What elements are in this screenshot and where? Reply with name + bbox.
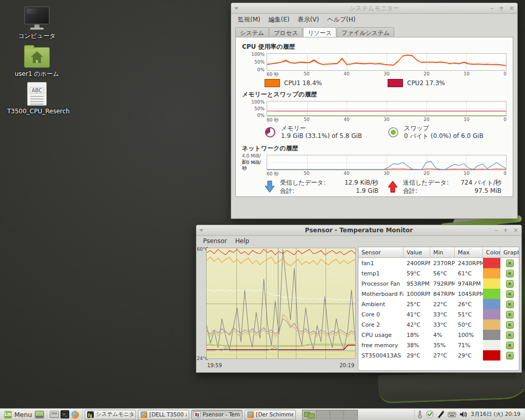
graph-enabled-checkbox[interactable]: × — [506, 280, 514, 288]
sensor-color-swatch — [483, 309, 500, 319]
graph-enabled-checkbox[interactable]: × — [506, 259, 514, 267]
graph-enabled-checkbox[interactable]: × — [506, 352, 514, 359]
graph-enabled-checkbox[interactable]: × — [506, 331, 514, 339]
menu-edit[interactable]: 編集(E) — [265, 14, 293, 26]
menu-monitor[interactable]: 監視(M) — [234, 14, 264, 26]
memory-y-axis: 100% 50% 0% — [242, 101, 267, 116]
sensor-row[interactable]: CPU usage18%4%100%× — [358, 330, 519, 340]
graph-enabled-checkbox[interactable]: × — [506, 342, 514, 349]
workspace-2[interactable] — [316, 410, 330, 419]
received-total-label: 合計: — [280, 187, 331, 195]
terminal-launcher[interactable]: >_ — [59, 410, 70, 419]
sensor-row[interactable]: ST3500413AS29°C27°C29°C× — [358, 350, 519, 361]
header-value[interactable]: Value — [403, 247, 430, 258]
received-value: 12.9 KiB/秒 — [331, 178, 378, 187]
document-icon: ABC — [27, 82, 47, 106]
close-button[interactable]: × — [513, 226, 518, 235]
graph-enabled-checkbox[interactable]: × — [506, 270, 514, 277]
firefox-launcher[interactable] — [70, 410, 80, 419]
window-menu-icon[interactable] — [199, 229, 204, 232]
desktop-icon-label: コンピュータ — [7, 32, 67, 41]
graph-enabled-checkbox[interactable]: × — [506, 321, 514, 329]
keyboard-tray-icon[interactable] — [448, 410, 456, 418]
minimize-button[interactable]: – — [495, 226, 498, 235]
window-menu-icon[interactable] — [234, 7, 238, 10]
memory-x-axis: 60 秒 50 40 30 20 10 0 — [267, 116, 507, 123]
sensor-value: 41°C — [403, 309, 430, 319]
cpu-history-plot — [267, 54, 506, 70]
cpu-history-chart — [267, 53, 507, 71]
network-y-axis: 4.0 MiB/秒 2.0 MiB/秒 0.0 MiB/秒 — [242, 155, 267, 170]
minimize-button[interactable]: – — [491, 4, 494, 13]
sensor-graph-cell: × — [500, 268, 519, 278]
header-graph[interactable]: Graph — [500, 247, 519, 258]
workspace-1[interactable] — [302, 410, 316, 419]
desktop-icon-home[interactable]: user1 のホーム — [7, 44, 67, 78]
sensor-row[interactable]: fan12400RPM2370RPM2430RPM× — [358, 258, 519, 268]
brush-tray-icon[interactable] — [437, 410, 445, 418]
sensor-max: 29°C — [455, 350, 483, 361]
desktop-icon-document[interactable]: ABC T3500_CPU_Reserch — [7, 82, 67, 115]
taskbar-window-firefox-dell[interactable]: [DELL T3500 a... — [138, 410, 189, 419]
sensor-min: 4% — [430, 330, 455, 340]
update-shield-icon[interactable] — [426, 410, 434, 418]
volume-tray-icon[interactable] — [459, 410, 468, 418]
workspace-3[interactable] — [330, 410, 344, 419]
cpu2-legend: CPU2 17.3% — [383, 79, 507, 87]
sensor-row[interactable]: Core 242°C33°C50°C× — [358, 319, 519, 330]
header-max[interactable]: Max — [455, 247, 483, 258]
sensor-graph-cell: × — [500, 278, 519, 289]
maximize-button[interactable]: + — [503, 226, 508, 235]
menu-help[interactable]: Help — [232, 236, 253, 246]
sensor-row[interactable]: free memory38%35%71%× — [358, 340, 519, 350]
taskbar-window-psensor[interactable]: Psensor - Tem... — [191, 410, 243, 419]
header-min[interactable]: Min — [430, 247, 455, 258]
menu-button[interactable]: Lm Menu — [2, 410, 34, 419]
cpu1-legend: CPU1 18.4% — [242, 79, 383, 87]
menu-help[interactable]: ヘルプ(H) — [324, 14, 359, 26]
firefox-icon — [247, 411, 254, 418]
sensor-max: 1045RPM — [455, 289, 483, 299]
sensor-name: Core 2 — [358, 319, 403, 330]
maximize-button[interactable]: + — [499, 4, 504, 13]
workspace-switcher[interactable] — [302, 410, 358, 419]
file-manager-launcher[interactable] — [49, 410, 59, 419]
sensor-row[interactable]: Core 041°C33°C51°C× — [358, 309, 519, 319]
workspace-4[interactable] — [344, 410, 357, 419]
sensor-row[interactable]: Motherboard Fan1000RPM847RPM1045RPM× — [358, 289, 519, 299]
sensor-max: 26°C — [455, 299, 483, 309]
cpu-x-axis: 60 秒 50 40 30 20 10 0 — [267, 71, 507, 77]
close-button[interactable]: × — [509, 4, 514, 13]
file-manager-icon — [50, 411, 59, 418]
received-legend: 受信したデータ: 12.9 KiB/秒 合計: 1.9 GiB — [242, 178, 383, 195]
header-sensor[interactable]: Sensor — [358, 247, 403, 258]
taskbar-window-firefox-schimmel[interactable]: [Der Schimmel... — [245, 410, 296, 419]
thermometer-tray-icon[interactable] — [417, 410, 423, 418]
sensor-row[interactable]: Ambient25°C22°C26°C× — [358, 299, 519, 309]
network-history-chart — [267, 155, 507, 170]
sensor-value: 29°C — [403, 350, 430, 361]
show-desktop-button[interactable] — [34, 410, 45, 419]
sensor-min: 847RPM — [430, 289, 455, 299]
sensor-graph-cell: × — [500, 350, 519, 361]
menu-view[interactable]: 表示(V) — [294, 14, 323, 26]
taskbar-window-system-monitor[interactable]: システムモニター — [85, 410, 136, 419]
menu-psensor[interactable]: Psensor — [199, 236, 231, 246]
graph-enabled-checkbox[interactable]: × — [506, 301, 514, 308]
sensor-value: 1000RPM — [403, 289, 430, 299]
series-Processor Fan — [207, 352, 355, 354]
sensor-max: 51°C — [455, 309, 483, 319]
desktop-icon-computer[interactable]: コンピュータ — [7, 6, 67, 41]
system-monitor-titlebar[interactable]: システムモニター – + × — [231, 3, 517, 14]
graph-enabled-checkbox[interactable]: × — [506, 290, 514, 298]
header-color[interactable]: Color — [483, 247, 500, 258]
sensor-row[interactable]: temp159°C56°C61°C× — [358, 268, 519, 278]
psensor-titlebar[interactable]: Psensor - Temperature Monitor – + × — [196, 225, 521, 236]
taskbar-window-label: [DELL T3500 a... — [149, 411, 187, 417]
sensor-row[interactable]: Processor Fan953RPM792RPM974RPM× — [358, 278, 519, 289]
clock[interactable]: 3月16日 (火) 20:19 — [471, 411, 520, 418]
taskbar: Lm Menu >_ システムモニター [DELL T3500 a... Pse… — [0, 408, 525, 420]
sensor-name: Ambient — [358, 299, 403, 309]
graph-enabled-checkbox[interactable]: × — [506, 311, 514, 318]
psensor-graph-panel: 60°C 24°C 19:59 20:19 — [196, 246, 357, 372]
